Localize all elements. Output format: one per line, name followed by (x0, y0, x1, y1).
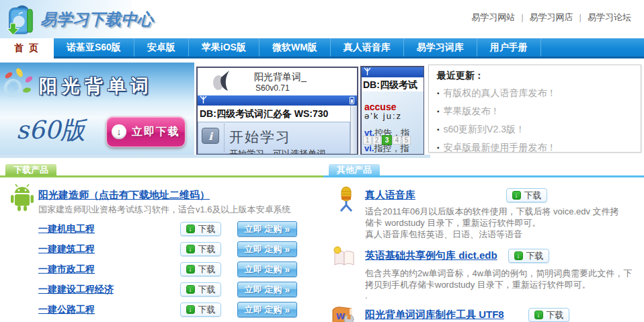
other-product-desc: 拷贝到手机存储卡wordstudy 目录下，重新运行软件即可。 (365, 279, 644, 291)
product-link[interactable]: 一建机电工程 (38, 223, 95, 235)
download-icon: ↓ (534, 311, 543, 319)
android-robot-icon (9, 184, 35, 212)
other-product-link[interactable]: 真人语音库 (365, 189, 415, 202)
menu-item-label: 开始学习 (229, 128, 291, 147)
scrollbar (350, 106, 357, 154)
separator: | (521, 12, 523, 22)
product-row: 一建建设工程经济 ↓下载 立即 定购» (0, 282, 323, 298)
download-icon: ↓ (514, 251, 523, 260)
product-link[interactable]: 一建建设工程经济 (38, 284, 114, 296)
chevron-right-icon: » (284, 305, 290, 315)
download-icon: ↓ (186, 305, 195, 314)
download-button[interactable]: ↓下载 (528, 308, 569, 322)
nav-nokia-s60[interactable]: 诺基亚S60版 (54, 38, 134, 56)
status-bar (362, 67, 424, 77)
other-product-desc: . (365, 290, 644, 300)
featured-product-desc: 国家建造师职业资格考试练习软件，适合v1.6及以上版本安卓系统 (38, 204, 291, 216)
download-button[interactable]: ↓下载 (180, 262, 221, 276)
book-wrench-icon: W (331, 306, 355, 322)
info-icon: i (202, 128, 219, 144)
download-icon: ↓ (186, 265, 195, 274)
order-button[interactable]: 立即 定购» (237, 282, 297, 297)
signal-antenna-icon (200, 95, 207, 104)
dotted-divider (224, 124, 225, 152)
download-arrow-icon: ↓ (112, 124, 126, 139)
nav-microsoft-wm[interactable]: 微软WM版 (259, 38, 331, 56)
phone-screenshot-2: DB:四级考试 accuse ə'k ju:z vt.控告，指 1 2 3 4 … (360, 66, 424, 155)
dictionary-info-line: DB:四级考试词汇必备 WS:730 (198, 106, 350, 122)
download-button[interactable]: ↓下载 (180, 303, 221, 317)
chevron-right-icon: » (284, 244, 290, 255)
download-icon: ↓ (186, 225, 195, 233)
link-yixuexi-website[interactable]: 易学习网站 (471, 12, 515, 22)
recent-updates-panel: 最近更新： ▪有版权的真人语音库发布！ ▪苹果版发布！ ▪s60更新到V2.3版… (428, 65, 641, 153)
order-button[interactable]: 立即 定购» (237, 261, 297, 277)
nav-word-library[interactable]: 易学习词库 (404, 38, 477, 56)
order-button[interactable]: 立即 定购» (237, 302, 297, 317)
order-button[interactable]: 立即 定购» (237, 241, 297, 257)
banner-edition: s60版 (16, 114, 85, 147)
app-version: S60v0.71 (255, 83, 290, 93)
separator: | (579, 12, 581, 22)
product-link[interactable]: 一建建筑工程 (38, 243, 95, 255)
recent-updates-title: 最近更新： (437, 70, 641, 82)
chevron-right-icon: » (284, 264, 290, 275)
other-product-link[interactable]: 阳光背单词词库制作工具 UTF8 (365, 309, 504, 321)
site-logo[interactable]: 易学习下载中心 (0, 0, 132, 38)
update-item: ▪s60更新到V2.3版！ (437, 120, 641, 138)
update-text: 安卓版最新使用手册发布！ (444, 142, 557, 153)
nav-apple-ios[interactable]: 苹果iOS版 (189, 38, 259, 56)
status-bar (198, 95, 357, 106)
page: 易学习下载中心 易学习网站|易学习网店|易学习论坛 首 页 诺基亚S60版 安卓… (0, 0, 644, 322)
banner-download-button[interactable]: ↓ 立即下载 (106, 116, 186, 147)
product-row: 一建机电工程 ↓下载 立即 定购» (0, 222, 323, 238)
product-row: 一建市政工程 ↓下载 立即 定购» (0, 262, 323, 278)
phonetic: ə'k ju:z (364, 111, 402, 121)
dictionary-screen: DB:四级考试 accuse ə'k ju:z vt.控告，指 1 2 3 4 … (362, 77, 424, 154)
link-yixuexi-forum[interactable]: 易学习论坛 (588, 12, 631, 22)
book-lightbulb-icon (332, 246, 356, 268)
svg-text:W: W (336, 312, 345, 321)
update-text: s60更新到V2.3版！ (444, 124, 525, 134)
signal-antenna-icon (364, 67, 371, 76)
microphone-icon (336, 186, 356, 212)
bullet-icon: ▪ (437, 126, 440, 133)
product-link[interactable]: 一建市政工程 (38, 264, 95, 276)
other-product-link[interactable]: 英语基础共享例句库 dict.edb (365, 249, 497, 262)
phone-screenshot-1: 阳光背单词_ S60v0.71 DB:四级考试词汇必备 WS:730 i 开始学… (196, 67, 358, 155)
nav-user-manual[interactable]: 用户手册 (477, 38, 541, 56)
update-text: 苹果版发布！ (444, 106, 500, 116)
update-item: ▪安卓版最新使用手册发布！ (437, 138, 641, 157)
link-yixuexi-shop[interactable]: 易学习网店 (530, 12, 573, 22)
product-link[interactable]: 一建公路工程 (38, 304, 95, 316)
download-icon: ↓ (186, 245, 195, 253)
product-row: 一建公路工程 ↓下载 立即 定购» (0, 303, 323, 319)
download-button[interactable]: ↓下载 (180, 282, 221, 296)
chevron-right-icon: » (284, 284, 290, 295)
backpack-logo-icon (4, 4, 38, 36)
order-button[interactable]: 立即 定购» (237, 221, 297, 237)
app-logo-icon (209, 69, 249, 95)
section-divider (0, 155, 430, 158)
product-row: 一建建筑工程 ↓下载 立即 定购» (0, 242, 323, 258)
banner-title: 阳光背单词 (39, 74, 153, 98)
site-title: 易学习下载中心 (40, 9, 153, 30)
download-icon: ↓ (512, 191, 521, 200)
download-button[interactable]: ↓下载 (180, 222, 221, 236)
dictionary-info-line: DB:四级考试 (362, 78, 424, 91)
nav-android[interactable]: 安卓版 (134, 38, 189, 56)
download-button[interactable]: ↓下载 (506, 188, 547, 202)
tab-other-products: 其他产品 (329, 164, 380, 176)
app-header: 阳光背单词_ S60v0.71 (198, 68, 357, 95)
update-item: ▪有版权的真人语音库发布！ (437, 84, 641, 102)
site-header: 易学习下载中心 易学习网站|易学习网店|易学习论坛 (0, 0, 644, 38)
nav-voice-library[interactable]: 真人语音库 (331, 38, 404, 56)
download-button[interactable]: ↓下载 (180, 242, 221, 256)
nav-home[interactable]: 首 页 (0, 38, 54, 58)
other-product-desc: 真人语音库包括英语、日语、法语等语音 (365, 229, 644, 241)
other-product-desc: 包含共享的约2w单词音标，4w单词的例句，简明词典需要此文件，下 (365, 268, 644, 280)
download-button[interactable]: ↓下载 (508, 249, 549, 263)
banner-s60[interactable]: 阳光背单词 s60版 ↓ 立即下载 (0, 63, 194, 157)
bullet-icon: ▪ (437, 89, 440, 97)
featured-product-link[interactable]: 阳光建造师（点击有下载地址二维码） (38, 189, 210, 202)
